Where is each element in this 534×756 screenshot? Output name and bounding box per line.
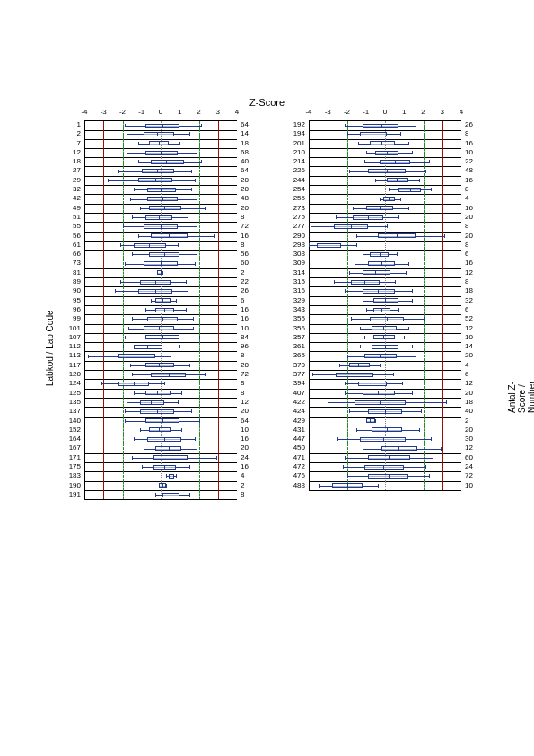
zscore-count: 30 bbox=[465, 435, 490, 444]
boxplot-row: 3436 bbox=[278, 305, 494, 314]
boxplot-row: 11296 bbox=[54, 342, 269, 351]
zscore-count: 10 bbox=[465, 148, 490, 157]
lab-code: 56 bbox=[54, 232, 81, 241]
boxplot-row: 8922 bbox=[54, 277, 269, 286]
lab-code: 192 bbox=[278, 120, 305, 129]
boxplot-row: 1248 bbox=[54, 379, 269, 388]
lab-code: 314 bbox=[278, 268, 305, 277]
zscore-count: 16 bbox=[241, 305, 266, 314]
lab-code: 471 bbox=[278, 453, 305, 462]
x-tick: -2 bbox=[118, 108, 128, 116]
boxplot-row: 1918 bbox=[54, 490, 269, 499]
zscore-count: 12 bbox=[241, 398, 266, 407]
lab-code: 277 bbox=[278, 222, 305, 231]
lab-code: 450 bbox=[278, 444, 305, 453]
boxplot-row: 812 bbox=[54, 268, 269, 277]
boxplot-row: 19226 bbox=[278, 120, 494, 129]
x-tick: 0 bbox=[380, 108, 390, 116]
zscore-count: 20 bbox=[465, 389, 490, 398]
lab-code: 120 bbox=[54, 370, 81, 379]
boxplot-row: 17516 bbox=[54, 462, 269, 471]
zscore-count: 10 bbox=[465, 481, 490, 490]
lab-code: 394 bbox=[278, 379, 305, 388]
chart-title: Z-Score bbox=[0, 97, 534, 108]
x-tick: 0 bbox=[155, 108, 166, 116]
boxplot-row: 29020 bbox=[278, 232, 494, 241]
zscore-count: 64 bbox=[241, 120, 266, 129]
lab-code: 275 bbox=[278, 213, 305, 222]
lab-code: 190 bbox=[54, 481, 81, 490]
boxplot-row: 21422 bbox=[278, 157, 494, 166]
boxplot-row: 47160 bbox=[278, 453, 494, 462]
boxplot-row: 1268 bbox=[54, 148, 269, 157]
lab-code: 214 bbox=[278, 157, 305, 166]
boxplot-row: 16720 bbox=[54, 444, 269, 453]
zscore-count: 20 bbox=[465, 426, 490, 435]
boxplot-row: 1834 bbox=[54, 471, 269, 480]
lab-code: 343 bbox=[278, 305, 305, 314]
lab-code: 361 bbox=[278, 342, 305, 351]
zscore-count: 48 bbox=[465, 166, 490, 175]
lab-code: 429 bbox=[278, 417, 305, 426]
zscore-count: 64 bbox=[241, 417, 266, 426]
zscore-count: 26 bbox=[241, 286, 266, 295]
zscore-count: 24 bbox=[241, 453, 266, 462]
lab-code: 140 bbox=[54, 417, 81, 426]
lab-code: 89 bbox=[54, 277, 81, 286]
boxplot-row: 15210 bbox=[54, 426, 269, 435]
zscore-count: 20 bbox=[465, 232, 490, 241]
zscore-count: 8 bbox=[465, 277, 490, 286]
zscore-count: 18 bbox=[241, 139, 266, 148]
zscore-count: 2 bbox=[465, 417, 490, 426]
lab-code: 447 bbox=[278, 435, 305, 444]
boxplot-row: 43120 bbox=[278, 426, 494, 435]
zscore-count: 18 bbox=[465, 286, 490, 295]
lab-code: 96 bbox=[54, 305, 81, 314]
zscore-count: 4 bbox=[241, 471, 266, 480]
zscore-count: 2 bbox=[241, 481, 266, 490]
lab-code: 476 bbox=[278, 471, 305, 480]
zscore-count: 18 bbox=[465, 398, 490, 407]
zscore-count: 20 bbox=[241, 407, 266, 416]
zscore-count: 6 bbox=[465, 250, 490, 259]
boxplot-row: 1948 bbox=[278, 129, 494, 138]
zscore-count: 72 bbox=[241, 370, 266, 379]
lab-code: 255 bbox=[278, 194, 305, 203]
x-tick: -4 bbox=[303, 108, 314, 116]
boxplot-row: 10110 bbox=[54, 324, 269, 333]
zscore-count: 6 bbox=[465, 305, 490, 314]
lab-code: 27 bbox=[54, 166, 81, 175]
boxplot-row: 10784 bbox=[54, 333, 269, 342]
zscore-count: 14 bbox=[465, 342, 490, 351]
zscore-count: 60 bbox=[465, 453, 490, 462]
x-tick: 1 bbox=[174, 108, 185, 116]
boxplot-row: 17124 bbox=[54, 453, 269, 462]
boxplot-row: 20116 bbox=[278, 139, 494, 148]
boxplot-row: 1902 bbox=[54, 481, 269, 490]
boxplot-row: 2764 bbox=[54, 166, 269, 175]
lab-code: 90 bbox=[54, 286, 81, 295]
lab-code: 164 bbox=[54, 435, 81, 444]
boxplot-row: 36520 bbox=[278, 351, 494, 360]
boxplot-row: 47672 bbox=[278, 471, 494, 480]
zscore-count: 16 bbox=[241, 314, 266, 323]
lab-code: 290 bbox=[278, 232, 305, 241]
boxplot-row: 24416 bbox=[278, 176, 494, 185]
zscore-count: 14 bbox=[241, 129, 266, 138]
x-tick: -1 bbox=[136, 108, 147, 116]
boxplot-row: 45012 bbox=[278, 444, 494, 453]
boxplot-row: 214 bbox=[54, 129, 269, 138]
lab-code: 51 bbox=[54, 213, 81, 222]
lab-code: 18 bbox=[54, 157, 81, 166]
x-tick: 3 bbox=[213, 108, 223, 116]
boxplot-row: 30916 bbox=[278, 259, 494, 268]
zscore-count: 16 bbox=[465, 176, 490, 185]
lab-code: 61 bbox=[54, 241, 81, 250]
zscore-count: 6 bbox=[241, 296, 266, 305]
zscore-count: 8 bbox=[241, 490, 266, 499]
lab-code: 137 bbox=[54, 407, 81, 416]
zscore-count: 16 bbox=[241, 232, 266, 241]
lab-code: 125 bbox=[54, 389, 81, 398]
lab-code: 152 bbox=[54, 426, 81, 435]
x-tick: 4 bbox=[232, 108, 242, 116]
